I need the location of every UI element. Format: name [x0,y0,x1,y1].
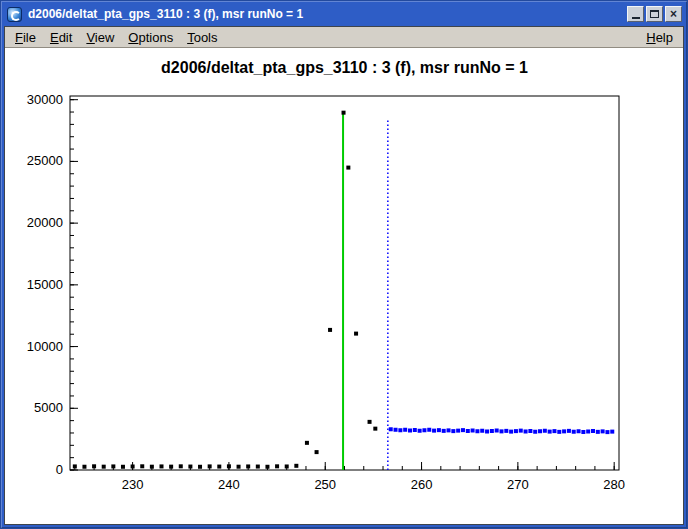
data-point [519,429,523,433]
data-point [552,429,556,433]
data-point [447,428,451,432]
data-point [121,465,125,469]
data-point [471,429,475,433]
data-point [528,429,532,433]
menu-left: FileEditViewOptionsTools [8,28,225,47]
data-point [413,428,417,432]
data-point [373,427,377,431]
data-point [217,465,221,469]
x-axis: 230240250260270280 [75,462,625,492]
data-point [398,428,402,432]
menu-item-edit[interactable]: Edit [43,28,79,47]
data-point [509,430,513,434]
data-point [480,429,484,433]
data-point [490,429,494,433]
data-point [499,429,503,433]
menu-item-tools[interactable]: Tools [180,28,224,47]
data-point [456,429,460,433]
data-point [246,464,250,468]
data-point [188,465,192,469]
x-tick-label: 260 [411,477,433,492]
root-canvas[interactable]: d2006/deltat_pta_gps_3110 : 3 (f), msr r… [5,48,683,524]
window-title: d2006/deltat_pta_gps_3110 : 3 (f), msr r… [28,7,627,21]
menu-item-help[interactable]: Help [639,28,680,47]
data-point [524,429,528,433]
data-point [596,430,600,434]
titlebar[interactable]: d2006/deltat_pta_gps_3110 : 3 (f), msr r… [4,4,684,26]
data-point [275,464,279,468]
data-point [451,429,455,433]
data-point [475,429,479,433]
menu-item-options[interactable]: Options [121,28,180,47]
data-point [581,430,585,434]
data-point [237,465,241,469]
menu-item-view[interactable]: View [79,28,121,47]
data-point [572,430,576,434]
data-point [179,464,183,468]
data-point [485,429,489,433]
data-point [256,465,260,469]
data-point [562,429,566,433]
data-point [591,429,595,433]
y-tick-label: 5000 [34,400,63,415]
close-button[interactable]: × [665,6,682,22]
menubar: FileEditViewOptionsTools Help [5,27,683,48]
data-point [82,465,86,469]
data-point [111,464,115,468]
data-point [418,429,422,433]
series-background-region [389,427,615,434]
app-icon [7,7,22,22]
data-point [354,332,358,336]
data-point [408,429,412,433]
series-raw-data [73,111,378,469]
data-point [73,464,77,468]
x-tick-label: 270 [507,477,529,492]
data-point [208,464,212,468]
data-point [265,465,269,469]
data-point [466,429,470,433]
y-tick-label: 30000 [27,92,63,107]
data-point [294,464,298,468]
y-tick-label: 0 [56,462,63,477]
data-point [543,429,547,433]
data-point [610,430,614,434]
x-tick-label: 240 [218,477,240,492]
y-tick-label: 10000 [27,339,63,354]
data-point [169,465,173,469]
minimize-icon [632,17,640,19]
data-point [403,428,407,432]
data-point [315,450,319,454]
maximize-icon [650,10,659,18]
plot-canvas[interactable]: d2006/deltat_pta_gps_3110 : 3 (f), msr r… [5,48,683,524]
data-point [533,430,537,434]
x-tick-label: 230 [122,477,144,492]
data-point [514,429,518,433]
data-point [342,111,346,115]
data-point [586,429,590,433]
data-point [461,428,465,432]
data-point [305,441,309,445]
data-point [442,429,446,433]
maximize-button[interactable] [646,6,663,22]
x-tick-label: 250 [314,477,336,492]
data-point [368,420,372,424]
plot-title: d2006/deltat_pta_gps_3110 : 3 (f), msr r… [161,59,528,76]
window-client-area: FileEditViewOptionsTools Help d2006/delt… [4,26,684,525]
data-point [140,464,144,468]
y-tick-label: 20000 [27,215,63,230]
data-point [131,464,135,468]
menu-item-file[interactable]: File [8,28,43,47]
data-point [495,429,499,433]
minimize-button[interactable] [627,6,644,22]
data-point [422,428,426,432]
plot-frame [70,96,619,470]
data-point [548,430,552,434]
data-point [432,429,436,433]
data-point [437,428,441,432]
data-point [346,166,350,170]
data-point [394,428,398,432]
data-point [577,429,581,433]
data-point [389,427,393,431]
data-point [601,429,605,433]
data-point [285,464,289,468]
